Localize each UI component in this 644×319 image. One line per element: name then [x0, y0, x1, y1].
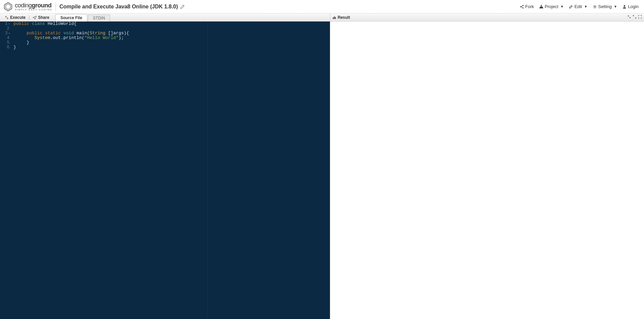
line-number: 1 — [5, 22, 8, 26]
result-label-text: Result — [338, 15, 350, 20]
execute-button[interactable]: Execute — [2, 13, 28, 21]
svg-point-4 — [522, 7, 523, 8]
toolbar-separator — [29, 15, 29, 20]
logo-main-coding: coding — [15, 2, 32, 9]
svg-point-11 — [5, 16, 6, 17]
main-area: Execute Share Source File STDIN 1▾ 2 3▾ — [0, 13, 644, 319]
top-header: codingground SIMPLY EASY CODING Compile … — [0, 0, 644, 13]
expand-icon[interactable] — [633, 15, 637, 20]
fork-label: Fork — [525, 4, 534, 9]
project-label: Project — [545, 4, 558, 9]
code-token: HelloWorld — [47, 22, 74, 26]
editor-panel: Execute Share Source File STDIN 1▾ 2 3▾ — [0, 13, 330, 319]
print-margin-line — [207, 22, 208, 319]
result-output[interactable] — [330, 22, 644, 319]
code-editor[interactable]: 1▾ 2 3▾ 4 5 6 public class HelloWorld{ p… — [0, 22, 330, 319]
tab-stdin[interactable]: STDIN — [88, 14, 110, 22]
svg-rect-6 — [540, 7, 541, 8]
svg-point-9 — [594, 6, 596, 7]
svg-point-2 — [520, 6, 521, 7]
code-token: .out.println( — [50, 35, 84, 40]
bars-icon — [332, 15, 336, 19]
login-label: Login — [628, 4, 639, 9]
svg-rect-13 — [333, 17, 334, 19]
result-panel: Result — [330, 13, 644, 319]
svg-marker-1 — [6, 4, 10, 9]
code-token: { — [74, 22, 76, 26]
chevron-down-icon: ▼ — [614, 5, 617, 8]
chevron-down-icon: ▼ — [561, 5, 564, 8]
svg-rect-7 — [541, 7, 542, 8]
setting-label: Setting — [598, 4, 612, 9]
result-toolbar: Result — [330, 13, 644, 22]
code-token: System — [34, 35, 50, 40]
page-title-text: Compile and Execute Java8 Online (JDK 1.… — [59, 4, 178, 10]
project-button[interactable]: Project ▼ — [537, 3, 566, 10]
sitemap-icon — [539, 5, 543, 9]
code-token: } — [13, 45, 16, 50]
fold-marker-icon[interactable]: ▾ — [8, 32, 10, 35]
svg-rect-5 — [541, 5, 542, 6]
tab-source-label: Source File — [60, 15, 82, 20]
tab-stdin-label: STDIN — [93, 16, 105, 21]
logo[interactable]: codingground SIMPLY EASY CODING — [3, 2, 56, 11]
code-token: ); — [118, 35, 124, 40]
execute-label: Execute — [10, 15, 26, 20]
editor-toolbar: Execute Share Source File STDIN — [0, 13, 330, 22]
chevron-down-icon: ▼ — [584, 5, 587, 8]
svg-rect-15 — [335, 17, 336, 19]
header-left: codingground SIMPLY EASY CODING Compile … — [3, 2, 185, 11]
share-label: Share — [38, 15, 49, 20]
fold-marker-icon[interactable]: ▾ — [8, 23, 10, 26]
code-token — [13, 31, 27, 36]
cogs-icon — [5, 15, 9, 19]
code-token — [13, 40, 27, 45]
svg-point-3 — [522, 5, 523, 6]
code-token: public — [13, 22, 29, 26]
svg-point-12 — [7, 17, 8, 18]
code-token: main — [76, 31, 87, 36]
line-number: 3 — [5, 31, 8, 36]
code-area[interactable]: public class HelloWorld{ public static v… — [12, 22, 330, 319]
edit-button[interactable]: Edit ▼ — [567, 3, 589, 10]
logo-subtitle: SIMPLY EASY CODING — [15, 8, 52, 11]
header-right: Fork Project ▼ Edit ▼ Setting ▼ Login — [518, 3, 641, 10]
code-token: static — [45, 31, 61, 36]
tab-source-file[interactable]: Source File — [55, 14, 87, 22]
editor-tabs: Source File STDIN — [55, 13, 111, 21]
svg-point-10 — [624, 5, 625, 7]
code-token: "Hello World" — [84, 35, 118, 40]
edit-icon — [569, 5, 573, 9]
fork-icon — [520, 5, 524, 9]
code-token: } — [27, 40, 29, 45]
code-token: class — [32, 22, 45, 26]
line-number: 5 — [7, 40, 9, 45]
setting-button[interactable]: Setting ▼ — [591, 3, 619, 10]
code-token — [13, 35, 34, 40]
edit-title-icon[interactable] — [180, 4, 185, 10]
share-button[interactable]: Share — [30, 13, 52, 21]
logo-icon — [3, 2, 13, 11]
logo-main-ground: ground — [32, 2, 52, 9]
code-token: []args — [105, 31, 124, 36]
code-token: public — [27, 31, 42, 36]
page-title: Compile and Execute Java8 Online (JDK 1.… — [59, 4, 184, 10]
fork-button[interactable]: Fork — [518, 3, 536, 10]
edit-label: Edit — [574, 4, 582, 9]
collapse-icon[interactable] — [627, 15, 631, 20]
svg-rect-14 — [334, 16, 335, 19]
line-number: 4 — [7, 35, 9, 40]
line-gutter: 1▾ 2 3▾ 4 5 6 — [0, 22, 12, 319]
user-icon — [622, 5, 626, 9]
code-token: void — [63, 31, 74, 36]
login-button[interactable]: Login — [620, 3, 641, 10]
line-number: 2 — [7, 26, 9, 31]
send-icon — [33, 15, 37, 19]
fullscreen-icon[interactable] — [638, 15, 642, 20]
code-token: String — [90, 31, 105, 36]
code-token: { — [127, 31, 129, 36]
result-title: Result — [332, 15, 350, 20]
logo-text: codingground SIMPLY EASY CODING — [15, 2, 52, 11]
svg-rect-8 — [542, 7, 543, 8]
line-number: 6 — [7, 45, 9, 50]
